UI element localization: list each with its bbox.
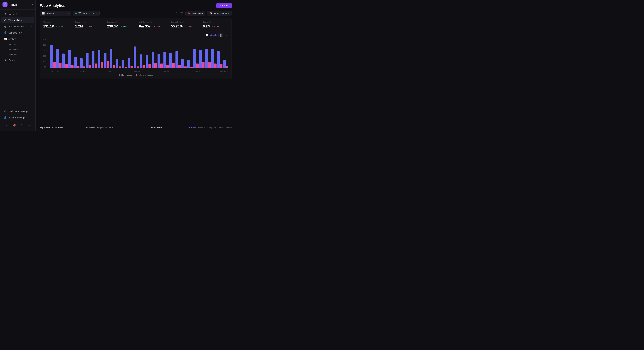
utm-source[interactable]: Source <box>189 127 196 129</box>
sidebar-item-product-insights[interactable]: ◎ Product Insights › <box>1 23 34 29</box>
bar-group <box>187 38 193 68</box>
share-label: Share <box>222 4 228 7</box>
stat-change: ↓ -2.18% <box>212 25 219 27</box>
bar-new-visitors <box>193 49 196 68</box>
bar-new-visitors <box>80 58 82 68</box>
line-chart-button[interactable]: ∿ <box>224 33 228 37</box>
bar-group <box>134 38 139 68</box>
utm-medium[interactable]: Medium <box>198 127 205 129</box>
sidebar-item-contacts-hub[interactable]: 👤 Contacts Hub <box>1 30 34 36</box>
info-icon[interactable]: ⓘ <box>84 21 86 23</box>
chart-x-axis: Tue, Feb 27 Sun, Mar 3 Fri, Mar 8 Wed, M… <box>50 71 228 73</box>
bar-group <box>205 38 210 68</box>
date-chevron-icon: ▾ <box>228 12 229 14</box>
bar-group <box>80 38 86 68</box>
chart-bars <box>50 38 228 68</box>
sidebar-item-workspace-settings[interactable]: ⚙ Workspace Settings <box>1 108 34 114</box>
utm-content[interactable]: Content <box>224 127 232 129</box>
sidebar-item-account-settings[interactable]: 👤 Account Settings <box>1 114 34 121</box>
bar-new-visitors <box>187 60 190 68</box>
main-content: Web Analytics ↑ Share ⬜ replug.io ✕ ▾ 29… <box>36 0 236 131</box>
x-label: Wed, Mar 13 <box>134 71 142 73</box>
info-icon[interactable]: ⓘ <box>150 21 152 23</box>
date-range-button[interactable]: 📅 Feb 27 - Mar 28 ▾ <box>207 11 232 16</box>
stat-change-value: 2.54% <box>121 25 126 27</box>
refresh-button[interactable]: ↺ <box>174 10 178 16</box>
bar-group <box>199 38 204 68</box>
bar-new-visitors <box>128 58 130 68</box>
bar-returning-visitors <box>202 62 204 68</box>
filter-button[interactable]: ▽ <box>180 10 184 16</box>
bottom-icon-2[interactable]: 📣 <box>12 123 17 128</box>
bottom-icon-help[interactable]: ? <box>20 123 24 128</box>
sidebar-item-maven-ai[interactable]: ✦ Maven AI <box>1 11 34 17</box>
arrow-up-icon: ↑ <box>56 25 57 27</box>
sidebar-item-analyze[interactable]: 📊 Analyze ▾ <box>1 36 34 42</box>
sidebar-item-web-analytics[interactable]: ⬡ Web Analytics <box>1 17 34 23</box>
share-button[interactable]: ↑ Share <box>216 3 232 8</box>
site-name: replug.io <box>46 12 64 14</box>
current-visitors-badge[interactable]: 295 current visitors ▾ <box>73 10 100 16</box>
sidebar-item-journeys[interactable]: Journeys <box>1 52 34 57</box>
sidebar-item-events[interactable]: ✦ Events <box>1 57 34 63</box>
sidebar-item-funnels[interactable]: Funnels <box>1 42 34 47</box>
analyze-icon: 📊 <box>4 37 7 40</box>
date-range-label: Feb 27 - Mar 28 <box>213 12 228 14</box>
bar-group <box>140 38 145 68</box>
bar-returning-visitors <box>154 63 157 68</box>
stat-value: 1.2M <box>75 24 83 28</box>
tab-overview[interactable]: Overview <box>84 127 97 129</box>
notes-icon: 💬 <box>206 34 208 36</box>
stat-label: Bounce Rate <box>171 21 181 23</box>
online-indicator <box>76 13 77 14</box>
site-selector[interactable]: ⬜ replug.io ✕ ▾ <box>40 10 71 16</box>
info-icon[interactable]: ⓘ <box>115 21 117 23</box>
bar-group <box>92 38 97 68</box>
saved-views-button[interactable]: 🔖 Saved Views <box>186 11 205 16</box>
bar-new-visitors <box>62 53 65 68</box>
share-icon: ↑ <box>220 4 221 7</box>
bar-group <box>116 38 121 68</box>
bar-returning-visitors <box>95 63 97 68</box>
bar-group <box>193 38 198 68</box>
bottom-icon-1[interactable]: ✦ <box>4 123 8 128</box>
bar-chart-button[interactable]: ▐▌ <box>218 33 223 37</box>
bottom-icon-exit[interactable]: → <box>27 123 32 128</box>
bar-new-visitors <box>217 51 220 68</box>
stat-label: Visit Duration <box>139 21 149 23</box>
utm-campaign[interactable]: Campaign <box>207 127 216 129</box>
sidebar-item-label: Analyze <box>8 38 16 40</box>
notes-button[interactable]: 💬 Notes (1) <box>206 34 216 36</box>
bar-new-visitors <box>92 51 94 68</box>
bar-group <box>164 38 169 68</box>
app-name: Replug <box>9 3 31 6</box>
bar-new-visitors <box>140 54 142 68</box>
bar-returning-visitors <box>190 67 193 68</box>
tab-organic-search[interactable]: Organic Search ▾ <box>97 127 113 129</box>
bar-returning-visitors <box>83 66 86 68</box>
bar-returning-visitors <box>107 61 109 68</box>
stat-card-visitors: Visitors ⓘ 131.1K ↑ 5.28% <box>40 18 72 31</box>
stat-label: Pageviews <box>75 21 84 23</box>
stat-change: ↑ -1.67% <box>84 25 92 27</box>
analyze-chevron-icon: ▾ <box>31 38 32 40</box>
bar-returning-visitors <box>142 65 145 68</box>
utm-term[interactable]: Term <box>218 127 223 129</box>
bar-new-visitors <box>68 50 71 68</box>
account-settings-icon: 👤 <box>4 116 7 119</box>
sidebar-item-attribution[interactable]: Attribution <box>1 47 34 52</box>
bar-returning-visitors <box>130 66 133 68</box>
logo-button[interactable]: 🔗 Replug ▾ <box>0 0 36 9</box>
info-icon[interactable]: ⓘ <box>182 21 184 23</box>
bar-new-visitors <box>50 45 53 68</box>
bar-new-visitors <box>182 59 184 68</box>
stat-card-bounce-rate: Bounce Rate ⓘ 55.73% ↓ -1.59% <box>168 18 200 31</box>
stats-area: Visitors ⓘ 131.1K ↑ 5.28% Pageviews <box>36 18 236 124</box>
info-icon[interactable]: ⓘ <box>209 21 211 23</box>
chart-legend: New Visitors Returning Visitors <box>43 74 228 76</box>
info-icon[interactable]: ⓘ <box>50 21 52 23</box>
sidebar-nav: ✦ Maven AI ⬡ Web Analytics ◎ Product Ins… <box>0 9 36 107</box>
close-site-icon[interactable]: ✕ <box>65 12 66 14</box>
toolbar: ⬜ replug.io ✕ ▾ 295 current visitors ▾ ↺… <box>36 10 236 18</box>
bar-new-visitors <box>158 54 160 68</box>
